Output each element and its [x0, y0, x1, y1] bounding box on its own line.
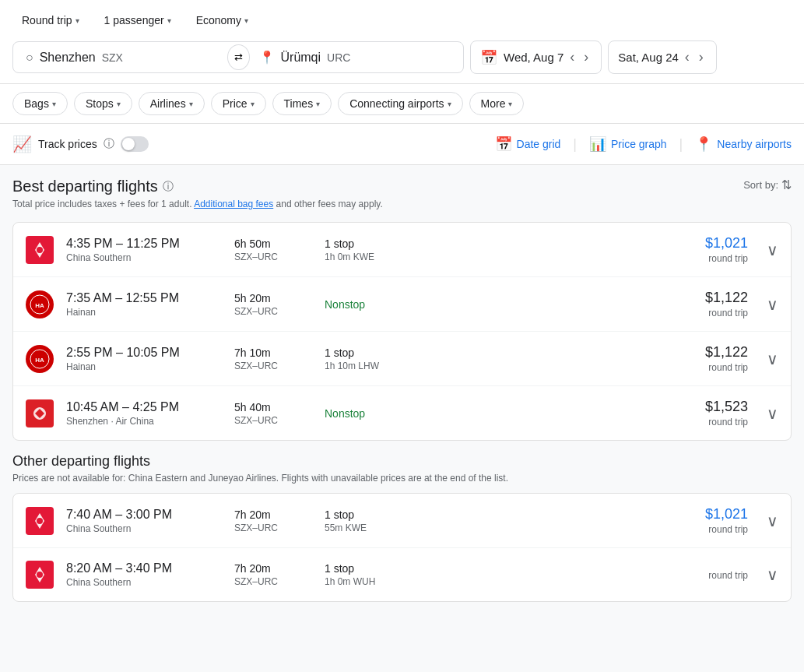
flight-price-type: round trip: [446, 570, 748, 581]
origin-destination-group: ○ Shenzhen SZX ⇄ 📍 Ürümqi URC: [12, 41, 464, 73]
flight-stops-text: Nonstop: [325, 407, 434, 420]
more-filter[interactable]: More ▾: [469, 92, 525, 115]
svg-point-9: [37, 572, 43, 578]
connecting-airports-filter[interactable]: Connecting airports ▾: [338, 92, 462, 115]
flight-duration-text: 6h 50m: [234, 237, 312, 250]
svg-point-7: [37, 518, 43, 524]
search-row: ○ Shenzhen SZX ⇄ 📍 Ürümqi URC 📅 Wed, Aug…: [12, 40, 792, 74]
origin-input[interactable]: ○ Shenzhen SZX: [13, 43, 230, 72]
other-flights-section: Other departing flights Prices are not a…: [12, 453, 792, 602]
price-filter[interactable]: Price ▾: [211, 92, 266, 115]
flight-airline: China Southern: [66, 252, 222, 263]
flight-airline: Hainan: [66, 361, 222, 372]
return-date-picker[interactable]: Sat, Aug 24 ‹ ›: [608, 40, 717, 74]
trip-type-chevron: ▾: [75, 16, 79, 25]
track-prices-row: 📈 Track prices ⓘ 📅 Date grid | 📊 Price g…: [0, 124, 804, 165]
bag-fees-link[interactable]: Additional bag fees: [194, 199, 273, 209]
flight-stop-detail: 1h 0m WUH: [325, 576, 434, 587]
flight-expand-button[interactable]: ∨: [767, 512, 778, 530]
flight-expand-button[interactable]: ∨: [767, 404, 778, 423]
track-prices-left: 📈 Track prices ⓘ: [12, 135, 149, 153]
connecting-label: Connecting airports: [349, 97, 444, 110]
toggle-knob: [122, 138, 135, 150]
flight-row[interactable]: 7:40 AM – 3:00 PM China Southern 7h 20m …: [13, 494, 791, 548]
depart-prev-button[interactable]: ‹: [567, 47, 578, 67]
airline-logo: [26, 236, 54, 264]
flight-route: SZX–URC: [234, 522, 312, 533]
date-grid-label: Date grid: [517, 138, 561, 150]
passengers-label: 1 passenger: [104, 14, 164, 26]
flight-stops: 1 stop 1h 10m LHW: [325, 347, 434, 371]
flight-expand-button[interactable]: ∨: [767, 295, 778, 314]
return-prev-button[interactable]: ‹: [682, 47, 693, 67]
price-graph-button[interactable]: 📊 Price graph: [589, 135, 667, 153]
passengers-dropdown[interactable]: 1 passenger ▾: [95, 9, 181, 31]
flight-time-range: 8:20 AM – 3:40 PM: [66, 561, 222, 575]
flight-row[interactable]: HA 7:35 AM – 12:55 PM Hainan 5h 20m SZX–…: [13, 277, 791, 332]
flight-price-type: round trip: [446, 524, 748, 535]
destination-input[interactable]: 📍 Ürümqi URC: [247, 42, 464, 72]
sort-row: Sort by: ⇅: [743, 178, 792, 192]
flight-stops-text: 1 stop: [325, 562, 434, 575]
main-content: Best departing flights ⓘ Total price inc…: [0, 165, 804, 621]
flight-price: $1,021 round trip: [446, 235, 748, 264]
other-flights-title: Other departing flights: [12, 453, 792, 470]
price-graph-icon: 📊: [589, 135, 606, 153]
passengers-chevron: ▾: [167, 16, 171, 25]
times-filter[interactable]: Times ▾: [272, 92, 332, 115]
track-info-icon[interactable]: ⓘ: [104, 137, 114, 151]
flight-row[interactable]: 4:35 PM – 11:25 PM China Southern 6h 50m…: [13, 223, 791, 277]
flight-duration: 7h 20m SZX–URC: [234, 508, 312, 533]
connecting-chevron: ▾: [448, 100, 451, 108]
more-chevron: ▾: [508, 100, 512, 108]
flight-row[interactable]: 8:20 AM – 3:40 PM China Southern 7h 20m …: [13, 548, 791, 601]
flight-expand-button[interactable]: ∨: [767, 350, 778, 368]
best-flights-subtitle: Total price includes taxes + fees for 1 …: [12, 199, 383, 209]
track-prices-toggle[interactable]: [121, 136, 149, 152]
stops-filter[interactable]: Stops ▾: [74, 92, 132, 115]
depart-next-button[interactable]: ›: [581, 47, 592, 67]
airline-logo: [26, 507, 54, 535]
dest-code-text: URC: [327, 51, 350, 64]
flight-price-type: round trip: [446, 362, 748, 373]
best-flights-info-icon[interactable]: ⓘ: [163, 180, 174, 194]
flight-row[interactable]: HA 2:55 PM – 10:05 PM Hainan 7h 10m SZX–…: [13, 332, 791, 386]
times-chevron: ▾: [316, 100, 320, 108]
flight-expand-button[interactable]: ∨: [767, 241, 778, 259]
flight-row[interactable]: 10:45 AM – 4:25 PM Shenzhen · Air China …: [13, 386, 791, 440]
track-prices-right: 📅 Date grid | 📊 Price graph | 📍 Nearby a…: [495, 135, 792, 153]
stops-chevron: ▾: [117, 100, 121, 108]
flight-times: 8:20 AM – 3:40 PM China Southern: [66, 561, 222, 588]
flight-duration: 5h 40m SZX–URC: [234, 401, 312, 426]
flight-times: 7:40 AM – 3:00 PM China Southern: [66, 508, 222, 534]
nearby-airports-button[interactable]: 📍 Nearby airports: [695, 135, 792, 153]
sort-icon[interactable]: ⇅: [781, 178, 792, 192]
flight-stops-text: 1 stop: [325, 508, 434, 521]
airline-logo: [26, 399, 54, 427]
bags-filter[interactable]: Bags ▾: [12, 92, 68, 115]
flight-price-type: round trip: [446, 308, 748, 318]
svg-text:HA: HA: [35, 357, 44, 364]
flight-price-type: round trip: [446, 253, 748, 264]
flight-duration: 7h 10m SZX–URC: [234, 347, 312, 371]
airline-logo: [26, 561, 54, 589]
flight-route: SZX–URC: [234, 415, 312, 426]
swap-button[interactable]: ⇄: [227, 44, 250, 70]
cabin-chevron: ▾: [244, 16, 248, 25]
flight-times: 4:35 PM – 11:25 PM China Southern: [66, 237, 222, 263]
more-label: More: [481, 97, 506, 110]
date-grid-button[interactable]: 📅 Date grid: [495, 135, 561, 153]
airlines-filter[interactable]: Airlines ▾: [139, 92, 205, 115]
flight-expand-button[interactable]: ∨: [767, 565, 778, 584]
return-next-button[interactable]: ›: [696, 47, 707, 67]
flight-times: 7:35 AM – 12:55 PM Hainan: [66, 291, 222, 318]
flight-times: 10:45 AM – 4:25 PM Shenzhen · Air China: [66, 400, 222, 427]
flight-time-range: 10:45 AM – 4:25 PM: [66, 400, 222, 414]
trip-type-dropdown[interactable]: Round trip ▾: [12, 9, 89, 31]
cabin-dropdown[interactable]: Economy ▾: [187, 9, 258, 31]
other-flights-card: 7:40 AM – 3:00 PM China Southern 7h 20m …: [12, 493, 792, 602]
flight-airline: Shenzhen · Air China: [66, 416, 222, 427]
flight-route: SZX–URC: [234, 306, 312, 317]
flight-stops-text: Nonstop: [325, 298, 434, 311]
depart-date-picker[interactable]: 📅 Wed, Aug 7 ‹ ›: [470, 40, 602, 74]
